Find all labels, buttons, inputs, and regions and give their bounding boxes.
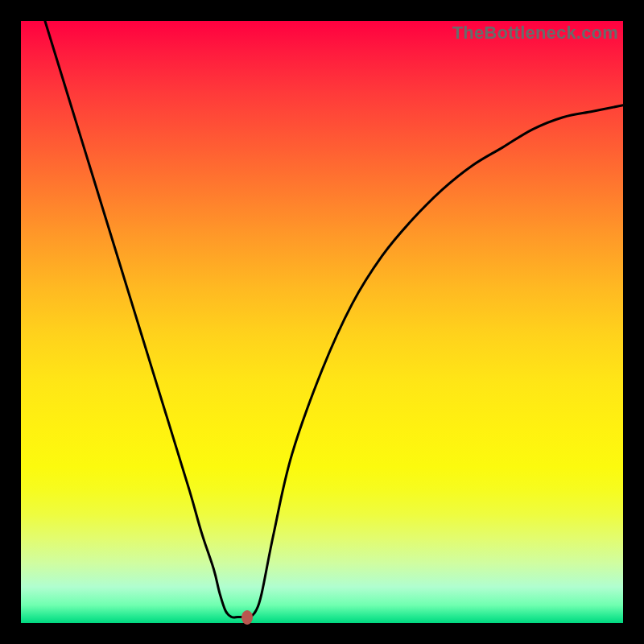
- curve-svg: [21, 21, 623, 623]
- bottleneck-curve: [45, 21, 623, 617]
- chart-frame: TheBottleneck.com: [0, 0, 644, 644]
- optimum-marker: [242, 610, 253, 625]
- plot-area: TheBottleneck.com: [21, 21, 623, 623]
